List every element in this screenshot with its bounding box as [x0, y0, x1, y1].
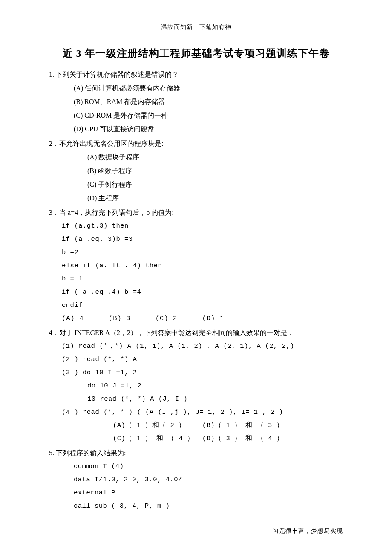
q3-code-line-2: if (a .eq. 3)b =3 [49, 233, 343, 246]
q4-answers-row2: (C)（ 1 ） 和 （ 4 ） (D)（ 3 ） 和 （ 4 ） [49, 432, 343, 445]
q2-option-b: (B) 函数子程序 [49, 164, 343, 178]
header-caption: 温故而知新，下笔如有神 [49, 21, 343, 33]
q1-stem: 1. 下列关于计算机存储器的叙述是错误的？ [49, 68, 343, 81]
q4-option-2: (2 ) read (*, *) A [49, 353, 343, 366]
q3-answers: (A) 4 (B) 3 (C) 2 (D) 1 [49, 312, 343, 325]
q3-option-c: (C) 2 [156, 312, 178, 325]
q4-option-1: (1) read (*，*) A (1, 1), A (1, 2) , A (2… [49, 340, 343, 353]
q5-code-line-4: call sub ( 3, 4, P, m ) [49, 500, 343, 513]
q4-option-c: (C)（ 1 ） 和 （ 4 ） [113, 432, 198, 445]
q3-code-line-3: b =2 [49, 246, 343, 259]
q3-code-line-7: endif [49, 299, 343, 312]
q4-stem: 4．对于 INTEGER A（2，2），下列答案中能达到完全相同的输入效果的一对… [49, 326, 343, 340]
q2-option-a: (A) 数据块子程序 [49, 150, 343, 164]
q5-code-line-3: external P [49, 486, 343, 500]
q3-code-line-4: else if (a. lt . 4) then [49, 259, 343, 272]
q3-code-line-5: b = 1 [49, 272, 343, 286]
q4-option-b: (B)（ 1 ） 和 （ 3 ） [202, 422, 283, 429]
q4-option-d: (D)（ 3 ） 和 （ 4 ） [202, 435, 283, 442]
q5-stem: 5. 下列程序的输入结果为: [49, 446, 343, 460]
q3-code-line-6: if ( a .eq .4) b =4 [49, 286, 343, 299]
question-1: 1. 下列关于计算机存储器的叙述是错误的？ (A) 任何计算机都必须要有内存储器… [49, 68, 343, 136]
q4-option-3a: do 10 J =1, 2 [49, 379, 343, 393]
q4-option-a: (A)（ 1 ）和（ 2 ） [113, 419, 198, 432]
q4-answers-row1: (A)（ 1 ）和（ 2 ） (B)（ 1 ） 和 （ 3 ） [49, 419, 343, 432]
q4-option-3: (3 ) do 10 I =1, 2 [49, 366, 343, 379]
question-2: 2．不允许出现无名公用区的程序块是: (A) 数据块子程序 (B) 函数子程序 … [49, 137, 343, 205]
q2-option-d: (D) 主程序 [49, 191, 343, 205]
q3-code-line-1: if (a.gt.3) then [49, 220, 343, 233]
question-5: 5. 下列程序的输入结果为: common T (4) data T/1.0, … [49, 446, 343, 513]
page-title: 近 3 年一级注册结构工程师基础考试专项习题训练下午卷 [49, 43, 343, 64]
page-footer: 习题很丰富，梦想易实现 [273, 525, 343, 537]
q2-option-c: (C) 子例行程序 [49, 178, 343, 191]
q4-option-3b: 10 read (*, *) A (J, I ) [49, 393, 343, 406]
q1-option-b: (B) ROM、RAM 都是内存储器 [49, 95, 343, 109]
q3-option-a: (A) 4 [62, 312, 84, 325]
q1-option-a: (A) 任何计算机都必须要有内存储器 [49, 81, 343, 95]
q3-stem: 3．当 a=4，执行完下列语句后，b 的值为: [49, 206, 343, 220]
q1-option-d: (D) CPU 可以直接访问硬盘 [49, 122, 343, 136]
q5-code-line-2: data T/1.0, 2.0, 3.0, 4.0/ [49, 473, 343, 486]
q1-option-c: (C) CD-ROM 是外存储器的一种 [49, 109, 343, 122]
q3-option-b: (B) 3 [109, 312, 131, 325]
header-divider [49, 35, 343, 35]
q3-option-d: (D) 1 [202, 312, 224, 325]
document-page: 温故而知新，下笔如有神 近 3 年一级注册结构工程师基础考试专项习题训练下午卷 … [0, 0, 392, 555]
q4-option-4: (4 ) read (*, * ) ( (A (I ,j ), J= 1, 2 … [49, 406, 343, 419]
question-3: 3．当 a=4，执行完下列语句后，b 的值为: if (a.gt.3) then… [49, 206, 343, 325]
question-4: 4．对于 INTEGER A（2，2），下列答案中能达到完全相同的输入效果的一对… [49, 326, 343, 445]
q2-stem: 2．不允许出现无名公用区的程序块是: [49, 137, 343, 150]
q5-code-line-1: common T (4) [49, 460, 343, 473]
